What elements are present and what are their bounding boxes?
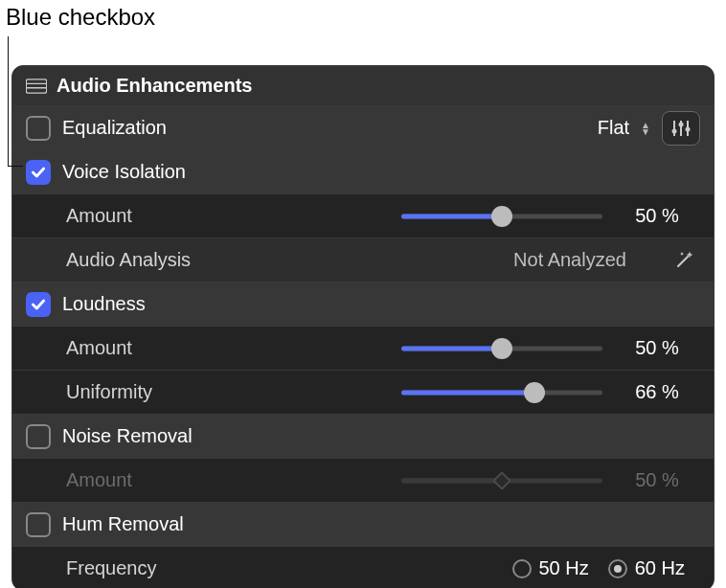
radio-icon — [512, 559, 532, 578]
voice-isolation-amount-value[interactable]: 50 % — [614, 205, 700, 227]
equalization-checkbox[interactable] — [26, 116, 51, 141]
svg-point-6 — [672, 128, 677, 133]
hum-removal-frequency-row: Frequency 50 Hz 60 Hz — [12, 546, 714, 588]
hum-60hz-label: 60 Hz — [635, 557, 685, 579]
hum-removal-label: Hum Removal — [62, 513, 206, 535]
noise-removal-checkbox[interactable] — [26, 424, 51, 449]
hum-frequency-60hz[interactable]: 60 Hz — [608, 557, 685, 579]
hum-removal-row: Hum Removal — [12, 502, 714, 546]
equalization-preset-select[interactable]: Flat ▲▼ — [598, 117, 650, 139]
noise-removal-amount-label: Amount — [66, 469, 210, 491]
section-title: Audio Enhancements — [57, 75, 252, 97]
loudness-uniformity-value[interactable]: 66 % — [614, 381, 700, 403]
equalization-label: Equalization — [62, 117, 206, 139]
inspector-icon — [26, 79, 47, 94]
hum-frequency-50hz[interactable]: 50 Hz — [512, 557, 589, 579]
audio-enhancements-panel: Audio Enhancements Equalization Flat ▲▼ — [11, 65, 715, 588]
loudness-uniformity-slider[interactable] — [401, 379, 602, 406]
hum-50hz-label: 50 Hz — [539, 557, 589, 579]
callout-label: Blue checkbox — [0, 0, 726, 42]
radio-icon — [608, 559, 627, 578]
callout-leader-hook — [8, 166, 23, 167]
loudness-amount-value[interactable]: 50 % — [614, 337, 700, 359]
stepper-icon: ▲▼ — [641, 122, 650, 135]
voice-isolation-label: Voice Isolation — [62, 161, 206, 183]
loudness-checkbox[interactable] — [26, 292, 51, 317]
svg-point-8 — [686, 126, 691, 131]
equalization-preset-value: Flat — [598, 117, 629, 139]
noise-removal-amount-row: Amount 50 % — [12, 458, 714, 502]
equalization-row: Equalization Flat ▲▼ — [12, 105, 714, 149]
voice-isolation-amount-slider[interactable] — [401, 203, 602, 230]
loudness-amount-slider[interactable] — [401, 335, 602, 362]
voice-isolation-row: Voice Isolation — [12, 149, 714, 193]
equalizer-open-button[interactable] — [662, 111, 700, 146]
hum-removal-frequency-label: Frequency — [66, 557, 210, 579]
loudness-row: Loudness — [12, 282, 714, 326]
voice-isolation-amount-label: Amount — [66, 205, 210, 227]
loudness-amount-label: Amount — [66, 337, 210, 359]
audio-analysis-label: Audio Analysis — [66, 249, 210, 271]
noise-removal-row: Noise Removal — [12, 414, 714, 458]
hum-removal-checkbox[interactable] — [26, 512, 51, 537]
noise-removal-amount-slider — [401, 467, 602, 494]
loudness-label: Loudness — [62, 293, 206, 315]
svg-point-7 — [679, 122, 684, 126]
noise-removal-amount-value: 50 % — [614, 469, 700, 491]
section-header: Audio Enhancements — [12, 66, 714, 105]
analyze-audio-button[interactable] — [668, 246, 700, 275]
noise-removal-label: Noise Removal — [62, 425, 206, 447]
callout-leader-line — [8, 36, 9, 167]
audio-analysis-status: Not Analyzed — [484, 249, 656, 271]
loudness-uniformity-row: Uniformity 66 % — [12, 370, 714, 414]
loudness-uniformity-label: Uniformity — [66, 381, 210, 403]
svg-line-9 — [678, 257, 688, 266]
audio-analysis-row: Audio Analysis Not Analyzed — [12, 237, 714, 282]
voice-isolation-checkbox[interactable] — [26, 160, 51, 185]
hum-frequency-radio-group: 50 Hz 60 Hz — [512, 557, 701, 579]
loudness-amount-row: Amount 50 % — [12, 326, 714, 370]
svg-rect-0 — [26, 79, 46, 92]
voice-isolation-amount-row: Amount 50 % — [12, 193, 714, 237]
